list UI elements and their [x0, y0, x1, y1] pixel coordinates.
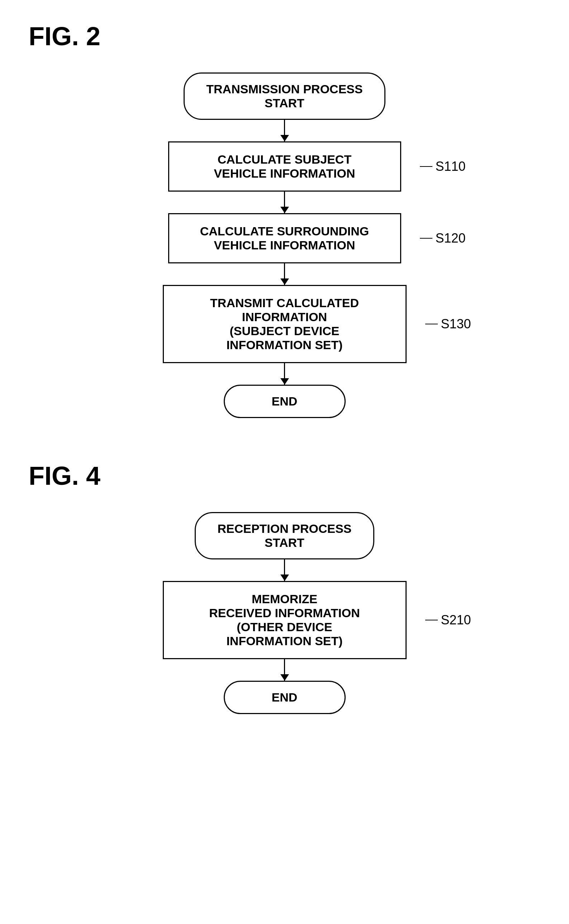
figure-4-section: FIG. 4 RECEPTION PROCESSSTART MEMORIZERE…: [29, 461, 540, 714]
end-node-fig4: END: [224, 681, 345, 714]
s130-node: TRANSMIT CALCULATEDINFORMATION(SUBJECT D…: [163, 285, 406, 363]
s130-label: S130: [425, 317, 471, 332]
arrow-4-fig2: [284, 363, 285, 385]
start-pill-fig4: RECEPTION PROCESSSTART: [195, 512, 374, 560]
s210-node: MEMORIZERECEIVED INFORMATION(OTHER DEVIC…: [163, 581, 406, 659]
flowchart-fig2: TRANSMISSION PROCESSSTART CALCULATE SUBJ…: [29, 73, 540, 418]
s110-box: CALCULATE SUBJECTVEHICLE INFORMATION: [168, 141, 401, 192]
end-pill-fig4: END: [224, 681, 345, 714]
s120-node: CALCULATE SURROUNDINGVEHICLE INFORMATION…: [168, 213, 401, 264]
end-node-fig2: END: [224, 385, 345, 418]
arrow-1-fig2: [284, 120, 285, 141]
arrow-1-fig4: [284, 560, 285, 581]
figure-2-title: FIG. 2: [29, 21, 540, 51]
arrow-2-fig2: [284, 192, 285, 213]
s120-box: CALCULATE SURROUNDINGVEHICLE INFORMATION: [168, 213, 401, 264]
flowchart-fig4: RECEPTION PROCESSSTART MEMORIZERECEIVED …: [29, 512, 540, 714]
arrow-3-fig2: [284, 264, 285, 285]
s210-label: S210: [425, 613, 471, 628]
start-pill-fig2: TRANSMISSION PROCESSSTART: [184, 73, 385, 120]
end-pill-fig2: END: [224, 385, 345, 418]
s120-label: S120: [420, 231, 466, 246]
s130-box: TRANSMIT CALCULATEDINFORMATION(SUBJECT D…: [163, 285, 406, 363]
start-node-fig2: TRANSMISSION PROCESSSTART: [184, 73, 385, 120]
s210-box: MEMORIZERECEIVED INFORMATION(OTHER DEVIC…: [163, 581, 406, 659]
start-node-fig4: RECEPTION PROCESSSTART: [195, 512, 374, 560]
figure-2-section: FIG. 2 TRANSMISSION PROCESSSTART CALCULA…: [29, 21, 540, 418]
s110-label: S110: [420, 159, 466, 174]
arrow-2-fig4: [284, 659, 285, 681]
figure-4-title: FIG. 4: [29, 461, 540, 491]
s110-node: CALCULATE SUBJECTVEHICLE INFORMATION S11…: [168, 141, 401, 192]
page: FIG. 2 TRANSMISSION PROCESSSTART CALCULA…: [0, 0, 569, 924]
